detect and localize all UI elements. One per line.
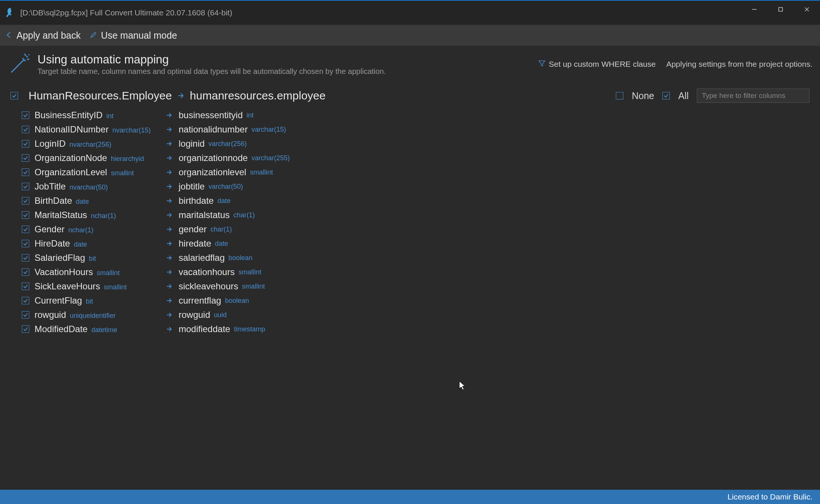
source-column-name: NationalIDNumber [35, 124, 108, 135]
select-all-button[interactable]: All [662, 90, 689, 101]
target-column-name: loginid [179, 138, 205, 149]
target-column-name: jobtitle [179, 181, 205, 192]
target-column-name: currentflag [179, 295, 221, 306]
source-column-type: nchar(1) [91, 212, 116, 220]
column-row: NationalIDNumbernvarchar(15)nationalidnu… [22, 122, 812, 137]
target-column-type: timestamp [234, 325, 265, 333]
target-column-type: smallint [250, 169, 273, 176]
target-column-name: organizationlevel [179, 167, 246, 178]
arrow-right-icon [162, 240, 179, 247]
column-checkbox[interactable] [22, 154, 29, 162]
source-column-type: nvarchar(50) [69, 184, 108, 191]
where-clause-link[interactable]: Set up custom WHERE clause [538, 60, 656, 69]
columns-list: BusinessEntityIDintbusinessentityidintNa… [0, 106, 820, 490]
target-column-name: organizationnode [179, 153, 248, 163]
arrow-right-icon [162, 169, 179, 176]
source-column-name: rowguid [35, 310, 66, 320]
source-column-name: ModifiedDate [35, 324, 87, 334]
source-column-type: int [106, 112, 113, 120]
filter-columns-input[interactable] [697, 89, 809, 103]
arrow-right-icon [177, 92, 185, 99]
column-checkbox[interactable] [22, 325, 29, 333]
source-column-name: SickLeaveHours [35, 281, 100, 292]
pencil-icon [90, 30, 97, 41]
table-mapping-row: HumanResources.Employee humanresources.e… [0, 83, 820, 106]
where-clause-label: Set up custom WHERE clause [549, 60, 656, 69]
column-checkbox[interactable] [22, 254, 29, 262]
target-column-type: date [217, 197, 230, 205]
column-row: rowguiduniqueidentifierrowguiduuid [22, 308, 812, 322]
target-column-name: hiredate [179, 238, 211, 249]
column-checkbox[interactable] [22, 197, 29, 205]
maximize-button[interactable] [767, 1, 794, 18]
page-subtitle: Target table name, column names and opti… [38, 67, 386, 76]
minimize-button[interactable] [741, 1, 767, 18]
source-column-type: nvarchar(15) [112, 126, 150, 134]
arrow-right-icon [162, 326, 179, 332]
column-checkbox[interactable] [22, 240, 29, 247]
source-column-name: Gender [35, 224, 65, 235]
column-checkbox[interactable] [22, 140, 29, 147]
column-row: CurrentFlagbitcurrentflagboolean [22, 293, 812, 308]
table-checkbox[interactable] [11, 92, 18, 99]
arrow-right-icon [162, 269, 179, 275]
column-checkbox[interactable] [22, 126, 29, 133]
column-checkbox[interactable] [22, 297, 29, 304]
arrow-right-icon [162, 297, 179, 304]
column-checkbox[interactable] [22, 283, 29, 290]
target-column-type: int [247, 111, 254, 119]
target-column-type: smallint [238, 268, 261, 276]
window-controls [741, 1, 820, 25]
arrow-right-icon [162, 226, 179, 233]
target-column-type: boolean [225, 297, 249, 305]
target-column-name: nationalidnumber [179, 124, 248, 135]
source-column-type: date [76, 198, 89, 206]
column-checkbox[interactable] [22, 226, 29, 233]
arrow-right-icon [162, 311, 179, 318]
target-column-type: char(1) [211, 226, 232, 233]
arrow-right-icon [162, 112, 179, 119]
arrow-right-icon [162, 212, 179, 218]
target-column-type: boolean [229, 254, 253, 262]
target-column-name: vacationhours [179, 267, 235, 277]
target-column-name: birthdate [179, 196, 214, 206]
column-row: ModifiedDatedatetimemodifieddatetimestam… [22, 322, 812, 336]
svg-rect-1 [779, 8, 782, 11]
column-checkbox[interactable] [22, 169, 29, 176]
source-column-type: hierarchyid [111, 155, 144, 163]
column-checkbox[interactable] [22, 111, 29, 119]
source-table-name: HumanResources.Employee [29, 89, 172, 102]
apply-back-label: Apply and back [17, 30, 81, 41]
applying-settings-text: Applying settings from the project optio… [666, 60, 812, 69]
arrow-right-icon [162, 254, 179, 261]
arrow-right-icon [162, 183, 179, 190]
column-checkbox[interactable] [22, 311, 29, 319]
column-row: SalariedFlagbitsalariedflagboolean [22, 251, 812, 265]
window-title: [D:\DB\sql2pg.fcpx] Full Convert Ultimat… [20, 8, 232, 17]
column-checkbox[interactable] [22, 268, 29, 276]
column-row: OrganizationNodehierarchyidorganizationn… [22, 151, 812, 165]
target-column-name: salariedflag [179, 253, 225, 263]
source-column-name: BusinessEntityID [35, 110, 102, 120]
column-checkbox[interactable] [22, 183, 29, 190]
column-row: OrganizationLevelsmallintorganizationlev… [22, 165, 812, 179]
target-column-type: varchar(50) [208, 183, 243, 191]
checkbox-checked-icon [662, 92, 670, 99]
source-column-name: JobTitle [35, 181, 66, 192]
target-column-type: varchar(255) [251, 154, 290, 162]
close-button[interactable] [794, 1, 820, 18]
arrow-right-icon [162, 126, 179, 133]
source-column-type: nvarchar(256) [69, 141, 111, 149]
magic-wand-icon [8, 52, 32, 76]
source-column-name: OrganizationLevel [35, 167, 107, 178]
select-none-button[interactable]: None [616, 90, 654, 101]
column-checkbox[interactable] [22, 211, 29, 219]
source-column-name: BirthDate [35, 196, 72, 206]
toolbar: Apply and back Use manual mode [0, 25, 820, 46]
source-column-name: MaritalStatus [35, 210, 87, 220]
source-column-type: smallint [111, 169, 134, 177]
use-manual-mode-button[interactable]: Use manual mode [90, 30, 177, 41]
source-column-name: LoginID [35, 138, 66, 149]
page-title: Using automatic mapping [38, 53, 386, 66]
apply-and-back-button[interactable]: Apply and back [5, 30, 81, 41]
